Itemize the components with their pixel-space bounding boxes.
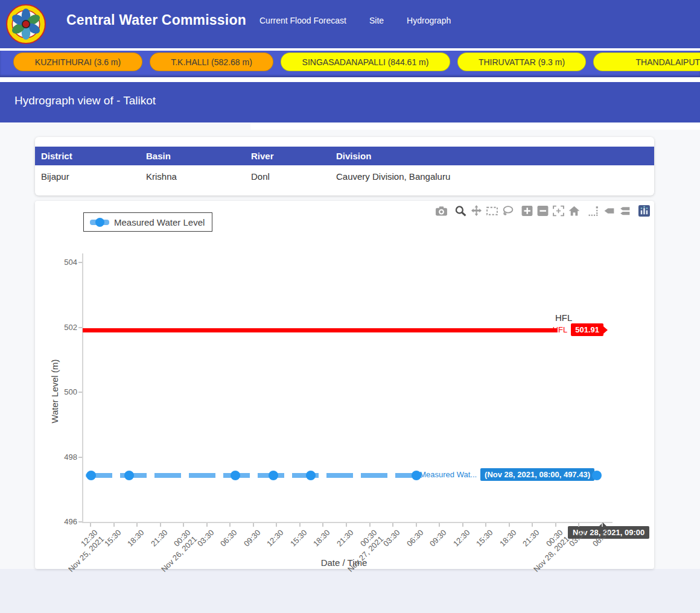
x-tick-time: 15:30 (288, 528, 309, 548)
station-pill-t-k-halli-582-68-m[interactable]: T.K.HALLI (582.68 m) (150, 52, 273, 71)
x-tick (183, 523, 184, 527)
hfl-hover-value-badge: 501.91 (571, 323, 603, 336)
hfl-line (83, 328, 557, 332)
y-tick (78, 457, 82, 458)
cell-basin: Krishna (146, 171, 177, 183)
x-tick-label: 06:30 (405, 528, 425, 548)
column-header-basin: Basin (146, 147, 171, 165)
x-tick (509, 523, 510, 527)
reset-axes-icon[interactable] (568, 205, 581, 217)
x-tick (555, 523, 556, 527)
camera-icon[interactable] (435, 205, 448, 217)
hfl-hover-label: HFL 501.91 (553, 323, 603, 336)
hover-closest-icon[interactable] (603, 205, 616, 217)
page-title: Hydrograph view of - Talikot (14, 94, 156, 107)
column-header-division: Division (336, 147, 371, 165)
x-tick (322, 523, 323, 527)
nav-item-hydrograph[interactable]: Hydrograph (407, 16, 451, 25)
x-tick-label: 18:30 (126, 528, 146, 548)
x-tick (485, 523, 486, 527)
cell-division: Cauvery Division, Bangaluru (336, 171, 450, 183)
x-tick-label: 15:30 (474, 528, 495, 548)
modebar-group (638, 205, 651, 217)
x-tick (532, 523, 533, 527)
station-pill-singasadanapalli-844-61-m[interactable]: SINGASADANAPALLI (844.61 m) (281, 52, 450, 71)
x-tick-time: 21:30 (335, 528, 355, 548)
x-tick (439, 523, 440, 527)
modebar-group (454, 205, 514, 217)
x-tick (392, 523, 393, 527)
x-tick-label: 21:30 (521, 528, 541, 548)
main-nav: Current Flood ForecastSiteHydrograph (259, 16, 451, 25)
x-tick-label: 21:30 (149, 528, 170, 548)
x-tick (90, 523, 91, 527)
x-tick (602, 523, 603, 527)
app-title: Central Water Commission (66, 12, 246, 28)
x-tick-label: 12:30Nov 25, 2021 (60, 528, 106, 574)
data-point-marker (269, 471, 278, 480)
x-tick-time: 18:30 (498, 528, 518, 548)
station-pill-kuzhithurai-3-6-m[interactable]: KUZHITHURAI (3.6 m) (13, 52, 142, 71)
autoscale-icon[interactable] (552, 205, 565, 217)
x-tick-time: 18:30 (126, 528, 146, 548)
x-tick (578, 523, 579, 527)
station-pill-thiruvattar-9-3-m[interactable]: THIRUVATTAR (9.3 m) (457, 52, 586, 71)
x-tick-label: 18:30 (498, 528, 518, 548)
x-tick-label: 21:30 (335, 528, 355, 548)
x-tick-time: 12:30 (451, 528, 472, 548)
y-tick (78, 262, 82, 263)
top-navbar: Central Water Commission Current Flood F… (0, 0, 700, 48)
x-tick-time: 09:30 (428, 528, 448, 548)
x-tick-time: 21:30 (521, 528, 541, 548)
x-tick-time: 06:30 (218, 528, 239, 548)
measured-hover-label: Measured Wat... (Nov 28, 2021, 08:00, 49… (419, 468, 594, 481)
lasso-icon[interactable] (501, 205, 514, 217)
pan-icon[interactable] (470, 205, 483, 217)
legend-line-symbol (90, 220, 109, 225)
hfl-hover-trace-label: HFL (553, 325, 568, 334)
spikelines-icon[interactable] (587, 205, 600, 217)
nav-item-site[interactable]: Site (369, 16, 384, 25)
nav-item-current-flood-forecast[interactable]: Current Flood Forecast (259, 16, 346, 25)
plotly-logo-icon[interactable] (638, 205, 651, 217)
zoom-out-icon[interactable] (536, 205, 549, 217)
x-tick-time: 03:30 (196, 528, 216, 548)
cwc-logo-icon[interactable] (6, 4, 46, 44)
station-pill-thandalaiputhur[interactable]: THANDALAIPUTHUR (593, 52, 700, 71)
x-tick (299, 523, 301, 527)
x-tick-label: 12:30 (451, 528, 472, 548)
x-tick-label: 03:30 (196, 528, 216, 548)
x-tick-time: 12:30 (265, 528, 285, 548)
hovered-data-point-marker (592, 471, 602, 480)
plotly-modebar (435, 205, 651, 217)
legend-marker-dot (95, 218, 104, 227)
hydrograph-card: Measured Water Level Water Level (m) Dat… (35, 201, 654, 569)
x-tick-label: 12:30 (265, 528, 285, 548)
x-tick-time: 03:30 (381, 528, 402, 548)
box-select-icon[interactable] (486, 205, 498, 217)
measured-hover-value-badge: (Nov 28, 2021, 08:00, 497.43) (480, 468, 594, 481)
x-tick-time: 21:30 (149, 528, 170, 548)
cell-district: Bijapur (41, 171, 69, 183)
x-tick (136, 523, 138, 527)
data-point-marker (124, 471, 134, 480)
x-tick (416, 523, 417, 527)
zoom-in-icon[interactable] (521, 205, 533, 217)
page-banner: Hydrograph view of - Talikot (0, 82, 700, 122)
stations-row: KUZHITHURAI (3.6 m)T.K.HALLI (582.68 m)S… (13, 52, 700, 71)
x-tick-time: 18:30 (311, 528, 332, 548)
cell-river: Donl (251, 171, 270, 183)
hover-compare-icon[interactable] (619, 205, 631, 217)
x-tick-time: 15:30 (103, 528, 123, 548)
chart-legend[interactable]: Measured Water Level (83, 212, 212, 232)
station-info-table-header: DistrictBasinRiverDivision (35, 147, 654, 165)
x-tick-time: 09:30 (242, 528, 262, 548)
x-tick-label: 03:30 (381, 528, 402, 548)
y-tick-label: 504 (51, 258, 77, 267)
legend-label: Measured Water Level (114, 217, 205, 227)
y-tick-label: 496 (51, 517, 77, 526)
x-tick-time: 06:30 (405, 528, 425, 548)
data-point-marker (86, 471, 96, 480)
zoom-icon[interactable] (454, 205, 467, 217)
bottom-background (0, 569, 700, 613)
